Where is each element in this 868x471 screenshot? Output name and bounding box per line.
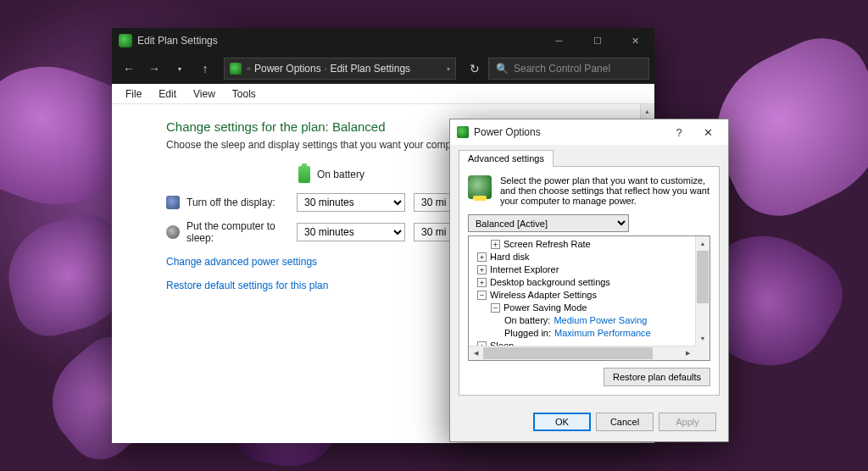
restore-plan-defaults-button[interactable]: Restore plan defaults [604, 368, 710, 386]
tab-advanced-settings[interactable]: Advanced settings [459, 150, 554, 167]
cancel-button[interactable]: Cancel [596, 413, 654, 431]
sleep-label: Put the computer to sleep: [186, 220, 297, 244]
breadcrumb-item[interactable]: Power Options [254, 63, 321, 75]
tree-vertical-scrollbar[interactable]: ▲ ▼ [695, 236, 709, 346]
power-options-icon [457, 126, 469, 138]
tree-item-hard-disk[interactable]: Hard disk [490, 251, 529, 263]
expand-icon[interactable]: + [477, 252, 487, 262]
power-options-icon [119, 34, 132, 47]
power-plan-select[interactable]: Balanced [Active] [468, 214, 629, 232]
minimize-button[interactable]: ─ [540, 28, 578, 53]
expand-icon[interactable]: + [477, 278, 487, 287]
tab-panel: Select the power plan that you want to c… [459, 166, 720, 396]
sleep-battery-select[interactable]: 30 minutes [297, 223, 405, 241]
back-button[interactable]: ← [117, 57, 141, 80]
titlebar[interactable]: Edit Plan Settings ─ ☐ ✕ [112, 28, 654, 53]
tree-horizontal-scrollbar[interactable]: ◀ ▶ [469, 346, 695, 360]
menu-edit[interactable]: Edit [150, 86, 185, 103]
plugged-in-value[interactable]: Maximum Performance [554, 327, 651, 340]
on-battery-label: On battery: [504, 314, 550, 327]
power-plan-icon [468, 175, 492, 199]
menu-file[interactable]: File [117, 86, 150, 103]
help-button[interactable]: ? [667, 126, 691, 139]
on-battery-value[interactable]: Medium Power Saving [554, 314, 647, 327]
power-options-dialog: Power Options ? ✕ Advanced settings Sele… [449, 119, 729, 442]
apply-button[interactable]: Apply [659, 413, 716, 431]
chevron-right-icon: › [325, 65, 327, 73]
tree-item-power-saving-mode[interactable]: Power Saving Mode [504, 302, 587, 314]
navigation-bar: ← → ▾ ↑ « Power Options › Edit Plan Sett… [112, 53, 654, 84]
forward-button[interactable]: → [142, 57, 166, 80]
up-button[interactable]: ↑ [193, 57, 217, 80]
collapse-icon[interactable]: − [477, 291, 487, 300]
window-title: Edit Plan Settings [137, 35, 540, 47]
tree-item-desktop-background[interactable]: Desktop background settings [490, 276, 610, 289]
expand-icon[interactable]: + [491, 240, 500, 249]
chevron-down-icon[interactable]: ▾ [447, 65, 450, 73]
scroll-down-icon[interactable]: ▼ [696, 331, 709, 346]
address-bar[interactable]: « Power Options › Edit Plan Settings ▾ [224, 58, 456, 80]
scroll-left-icon[interactable]: ◀ [469, 346, 483, 360]
scroll-up-icon[interactable]: ▲ [696, 236, 709, 251]
battery-icon [298, 166, 310, 183]
dialog-footer: OK Cancel Apply [450, 404, 728, 441]
dialog-titlebar[interactable]: Power Options ? ✕ [450, 119, 728, 145]
expand-icon[interactable]: + [477, 265, 487, 274]
recent-locations-button[interactable]: ▾ [168, 57, 192, 80]
sleep-icon [166, 225, 180, 239]
tree-item-internet-explorer[interactable]: Internet Explorer [490, 263, 559, 276]
breadcrumb-item[interactable]: Edit Plan Settings [330, 63, 410, 75]
display-icon [166, 196, 180, 209]
scrollbar-thumb[interactable] [483, 347, 653, 359]
tree-item-screen-refresh[interactable]: Screen Refresh Rate [504, 238, 591, 251]
menu-view[interactable]: View [185, 86, 224, 103]
ok-button[interactable]: OK [533, 413, 591, 431]
close-button[interactable]: ✕ [616, 28, 654, 53]
menu-bar: File Edit View Tools [112, 84, 654, 104]
turn-off-display-label: Turn off the display: [186, 197, 297, 208]
settings-tree: +Screen Refresh Rate +Hard disk +Interne… [468, 236, 710, 361]
search-icon: 🔍 [496, 63, 509, 75]
turn-off-display-battery-select[interactable]: 30 minutes [297, 193, 405, 212]
scroll-right-icon[interactable]: ▶ [681, 346, 695, 360]
dialog-title: Power Options [474, 126, 541, 138]
search-input[interactable]: 🔍 Search Control Panel [488, 58, 649, 80]
plugged-in-label: Plugged in: [504, 327, 551, 340]
scroll-up-icon[interactable]: ▲ [641, 104, 654, 119]
refresh-button[interactable]: ↻ [463, 57, 487, 80]
tree-item-wireless-adapter[interactable]: Wireless Adapter Settings [490, 289, 597, 302]
power-options-icon [230, 63, 242, 75]
on-battery-column-label: On battery [317, 169, 364, 180]
maximize-button[interactable]: ☐ [578, 28, 616, 53]
collapse-icon[interactable]: − [491, 303, 500, 313]
dialog-description: Select the power plan that you want to c… [500, 175, 710, 206]
menu-tools[interactable]: Tools [224, 86, 264, 103]
close-button[interactable]: ✕ [691, 119, 725, 145]
scrollbar-thumb[interactable] [697, 251, 709, 303]
